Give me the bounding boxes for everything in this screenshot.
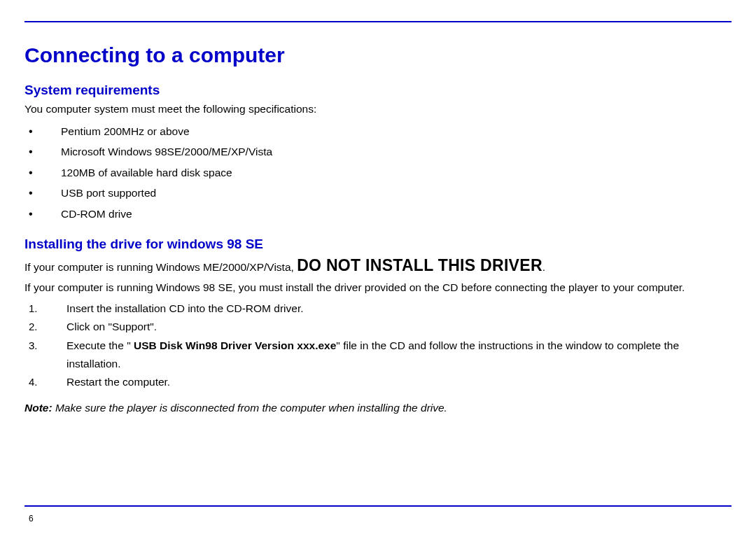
list-item: USB port supported xyxy=(24,183,732,203)
page-title: Connecting to a computer xyxy=(24,43,732,67)
note-label: Note: xyxy=(24,402,55,414)
page-number: 6 xyxy=(29,514,732,524)
section-heading-system-requirements: System requirements xyxy=(24,83,732,98)
install-steps-list: Insert the installation CD into the CD-R… xyxy=(24,300,732,392)
note-body: Make sure the player is disconnected fro… xyxy=(55,402,447,414)
list-item: Microsoft Windows 98SE/2000/ME/XP/Vista xyxy=(24,141,732,162)
step-item: Restart the computer. xyxy=(24,373,732,391)
step3-pre: Execute the " xyxy=(66,339,134,351)
footer: 6 xyxy=(24,505,732,524)
step3-bold: USB Disk Win98 Driver Version xxx.exe xyxy=(134,339,336,351)
content-area: Connecting to a computer System requirem… xyxy=(24,22,732,505)
section-heading-install-driver: Installing the drive for windows 98 SE xyxy=(24,237,732,252)
list-item: Pentium 200MHz or above xyxy=(24,121,732,141)
must-install-text: If your computer is running Windows 98 S… xyxy=(24,281,732,295)
document-page: Connecting to a computer System requirem… xyxy=(0,0,756,534)
system-requirements-intro: You computer system must meet the follow… xyxy=(24,102,732,117)
step-item: Click on "Support". xyxy=(24,318,732,336)
driver-warning-line: If your computer is running Windows ME/2… xyxy=(24,256,732,275)
step-item: Execute the " USB Disk Win98 Driver Vers… xyxy=(24,337,732,374)
list-item: 120MB of available hard disk space xyxy=(24,162,732,183)
warning-strong: DO NOT INSTALL THIS DRIVER xyxy=(297,256,542,274)
bottom-rule xyxy=(24,505,732,507)
warning-prefix: If your computer is running Windows ME/2… xyxy=(24,261,297,273)
note-line: Note: Make sure the player is disconnect… xyxy=(24,402,732,414)
step-item: Insert the installation CD into the CD-R… xyxy=(24,300,732,318)
list-item: CD-ROM drive xyxy=(24,204,732,224)
warning-suffix: . xyxy=(542,261,545,273)
system-requirements-list: Pentium 200MHz or above Microsoft Window… xyxy=(24,121,732,224)
